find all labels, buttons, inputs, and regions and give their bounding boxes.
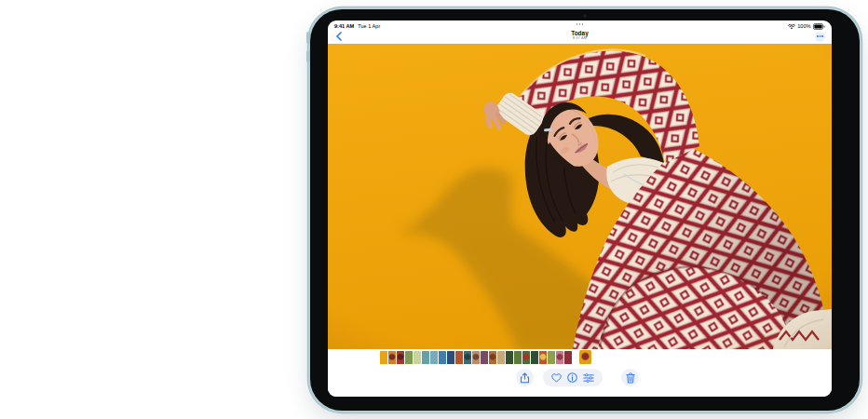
filmstrip-thumb[interactable] [388,351,396,364]
filmstrip-thumb[interactable] [430,351,438,364]
filmstrip-thumb[interactable] [514,351,522,364]
status-left: 9:41 AM Tue 1 Apr [334,24,380,30]
heart-icon [551,373,562,383]
filmstrip-thumb[interactable] [556,351,563,364]
filmstrip-thumb[interactable] [548,351,555,364]
screenshot-canvas: 9:41 AM Tue 1 Apr 100% [0,0,868,419]
filmstrip-thumb[interactable] [497,351,505,364]
status-time: 9:41 AM [334,24,354,30]
action-pill [543,369,603,386]
sliders-icon [583,373,594,383]
filmstrip-thumb[interactable] [472,351,480,364]
filmstrip-thumb[interactable] [405,351,413,364]
nav-bar: Today 8:37 AM [328,31,832,44]
status-right: 100% [788,23,825,30]
adjust-button[interactable] [582,369,595,386]
photo-image [328,44,832,349]
status-date: Tue 1 Apr [358,24,380,30]
filmstrip-thumb[interactable] [464,351,471,364]
filmstrip-thumb[interactable] [522,351,530,364]
wifi-icon [788,24,795,30]
filmstrip-thumb[interactable] [506,351,513,364]
filmstrip-thumb[interactable] [422,351,429,364]
filmstrip-thumb[interactable] [455,351,463,364]
bottom-bar [328,349,832,397]
vignette [328,44,832,349]
filmstrip-thumb[interactable] [397,351,404,364]
filmstrip-thumb[interactable] [481,351,488,364]
multitask-indicator-icon[interactable] [576,23,584,25]
filmstrip-thumb[interactable] [447,351,454,364]
front-camera [583,14,587,18]
delete-button[interactable] [621,369,639,386]
battery-icon [813,23,825,30]
filmstrip [380,351,572,364]
more-button[interactable] [815,32,825,42]
share-icon [520,372,530,384]
filmstrip-thumb[interactable] [439,351,446,364]
filmstrip-thumb[interactable] [489,351,496,364]
filmstrip-thumb[interactable] [564,351,572,364]
ipad-device-frame: 9:41 AM Tue 1 Apr 100% [310,9,860,411]
ipad-screen: 9:41 AM Tue 1 Apr 100% [328,20,832,397]
info-button[interactable] [566,369,579,386]
filmstrip-thumb[interactable] [414,351,421,364]
filmstrip-selected-thumb[interactable] [579,350,591,364]
filmstrip-thumb[interactable] [531,351,538,364]
filmstrip-thumb[interactable] [380,351,387,364]
top-button [306,32,311,44]
share-button[interactable] [516,369,534,386]
photo-viewer[interactable] [328,44,832,349]
filmstrip-thumb[interactable] [539,351,547,364]
battery-percent: 100% [797,24,810,30]
volume-button [306,50,311,62]
page-subtitle: 8:37 AM [358,37,801,41]
ellipsis-icon [817,35,819,37]
photo-toolbar [328,369,832,387]
nav-title-group: Today 8:37 AM [328,30,832,41]
trash-icon [626,372,635,384]
favorite-button[interactable] [550,369,563,386]
info-icon [567,372,577,383]
